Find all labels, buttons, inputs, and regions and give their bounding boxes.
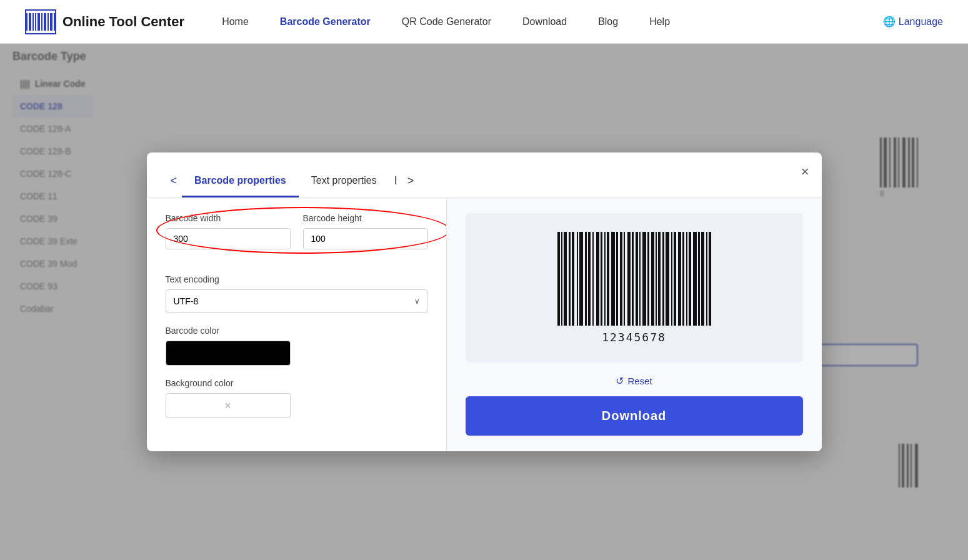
text-encoding-label: Text encoding xyxy=(166,274,427,284)
logo-text: Online Tool Center xyxy=(62,14,184,30)
modal-overlay: < Barcode properties Text properties I >… xyxy=(0,44,968,560)
main-nav: Home Barcode Generator QR Code Generator… xyxy=(222,16,883,28)
background-color-label: Background color xyxy=(166,378,427,388)
nav-blog[interactable]: Blog xyxy=(598,16,618,28)
background-color-swatch[interactable]: × xyxy=(166,393,291,418)
nav-home[interactable]: Home xyxy=(222,16,249,28)
nav-qr-code[interactable]: QR Code Generator xyxy=(402,16,491,28)
nav-download[interactable]: Download xyxy=(522,16,567,28)
barcode-height-input[interactable] xyxy=(304,229,428,249)
barcode-preview: 12345678 xyxy=(466,213,803,362)
barcode-height-label: Barcode height xyxy=(303,213,428,223)
globe-icon: 🌐 xyxy=(883,16,896,28)
logo-icon xyxy=(25,9,56,34)
barcode-width-input-wrapper: ▲ ▼ xyxy=(166,228,291,249)
tab-cursor-icon: I xyxy=(389,165,402,197)
background-color-group: Background color × xyxy=(166,378,427,418)
text-encoding-select[interactable]: UTF-8 ASCII ISO-8859-1 xyxy=(166,289,427,313)
reset-icon: ↺ xyxy=(616,375,624,387)
barcode-width-label: Barcode width xyxy=(166,213,291,223)
download-button[interactable]: Download xyxy=(466,396,803,436)
logo[interactable]: Online Tool Center xyxy=(25,9,184,34)
tab-text-properties[interactable]: Text properties xyxy=(299,166,389,198)
nav-barcode-generator[interactable]: Barcode Generator xyxy=(280,16,371,28)
barcode-color-label: Barcode color xyxy=(166,326,427,336)
text-encoding-group: Text encoding UTF-8 ASCII ISO-8859-1 xyxy=(166,274,427,313)
tab-left-arrow[interactable]: < xyxy=(166,165,182,197)
barcode-width-group: Barcode width ▲ ▼ xyxy=(166,213,291,249)
barcode-display: 12345678 xyxy=(557,232,711,344)
barcode-number: 12345678 xyxy=(602,331,666,344)
nav-help[interactable]: Help xyxy=(649,16,670,28)
modal-close-button[interactable]: × xyxy=(801,164,809,180)
barcode-color-group: Barcode color xyxy=(166,326,427,366)
modal-left-panel: Barcode width ▲ ▼ Barcode height xyxy=(147,198,447,451)
modal-header: < Barcode properties Text properties I >… xyxy=(147,152,822,198)
modal-body: Barcode width ▲ ▼ Barcode height xyxy=(147,198,822,451)
barcode-height-input-wrapper: ▲ ▼ xyxy=(303,228,428,249)
tab-right-arrow[interactable]: > xyxy=(402,165,419,197)
reset-button[interactable]: ↺ Reset xyxy=(616,375,652,387)
clear-color-icon[interactable]: × xyxy=(224,399,231,412)
barcode-width-input[interactable] xyxy=(166,229,291,249)
modal-right-panel: 12345678 ↺ Reset Download xyxy=(447,198,822,451)
language-selector[interactable]: 🌐 Language xyxy=(883,16,943,28)
barcode-height-group: Barcode height ▲ ▼ xyxy=(303,213,428,249)
barcode-bars xyxy=(557,232,711,326)
barcode-color-swatch[interactable] xyxy=(166,341,291,366)
modal: < Barcode properties Text properties I >… xyxy=(147,152,822,451)
header: Online Tool Center Home Barcode Generato… xyxy=(0,0,968,44)
dimensions-row: Barcode width ▲ ▼ Barcode height xyxy=(166,213,427,262)
tab-barcode-properties[interactable]: Barcode properties xyxy=(182,166,299,198)
text-encoding-select-wrapper: UTF-8 ASCII ISO-8859-1 xyxy=(166,289,427,313)
